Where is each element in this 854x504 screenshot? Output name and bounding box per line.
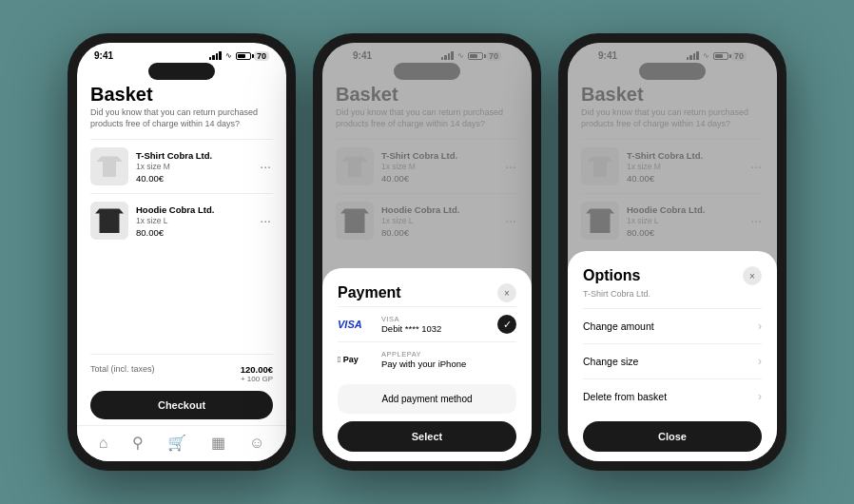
- total-amount-1: 120.00€ + 100 GP: [241, 364, 273, 383]
- page-title-1: Basket: [90, 84, 273, 106]
- total-points-1: + 100 GP: [241, 375, 273, 383]
- option-label-delete: Delete from basket: [583, 391, 667, 402]
- option-change-amount[interactable]: Change amount ›: [583, 308, 762, 343]
- phone-1-inner: 9:41 ∿ 70 Basket: [77, 43, 286, 461]
- applepay-details: ApplePay Pay with your iPhone: [381, 350, 516, 369]
- payment-modal-close[interactable]: ×: [497, 283, 516, 302]
- phone-3-inner: 9:41 ∿ 70: [568, 43, 777, 461]
- product-variant-1: 1x size M: [136, 162, 250, 171]
- battery-icon-1: [236, 52, 251, 60]
- phone-2-inner: 9:41 ∿ 70: [322, 43, 532, 461]
- total-price-1: 120.00€: [241, 364, 273, 375]
- nav-profile-1[interactable]: ☺: [249, 435, 264, 452]
- phone-2: 9:41 ∿ 70: [313, 33, 541, 471]
- product-name-2: Hoodie Cobra Ltd.: [136, 204, 250, 215]
- status-icons-1: ∿ 70: [209, 51, 269, 61]
- checkout-button-1[interactable]: Checkout: [90, 391, 273, 419]
- visa-type: VISA: [381, 315, 488, 323]
- applepay-type: ApplePay: [381, 350, 516, 359]
- total-row-1: Total (incl. taxes) 120.00€ + 100 GP: [90, 364, 273, 383]
- options-modal-header: Options ×: [583, 266, 762, 285]
- options-modal-sheet: Options × T-Shirt Cobra Ltd. Change amou…: [568, 251, 777, 461]
- bottom-nav-1: ⌂ ⚲ 🛒 ▦ ☺: [77, 425, 286, 461]
- product-img-2: [90, 202, 128, 240]
- options-modal-subtitle: T-Shirt Cobra Ltd.: [583, 289, 762, 299]
- signal-bars-1: [209, 52, 222, 60]
- visa-selected-check: ✓: [497, 315, 516, 334]
- tshirt-icon-1: [96, 156, 123, 177]
- option-delete-basket[interactable]: Delete from basket ›: [583, 378, 762, 414]
- phone-1-content: Basket Did you know that you can return …: [77, 84, 286, 425]
- total-label-1: Total (incl. taxes): [90, 364, 155, 374]
- payment-modal-header: Payment ×: [338, 283, 516, 302]
- chevron-icon-amount: ›: [758, 320, 762, 333]
- product-price-2: 80.00€: [136, 227, 250, 238]
- product-name-1: T-Shirt Cobra Ltd.: [136, 150, 250, 161]
- product-menu-1[interactable]: ···: [258, 159, 273, 174]
- payment-modal-title: Payment: [338, 284, 401, 301]
- dynamic-island-1: [148, 63, 215, 80]
- chevron-icon-delete: ›: [758, 390, 762, 403]
- applepay-name: Pay with your iPhone: [381, 359, 516, 369]
- phones-container: 9:41 ∿ 70 Basket: [49, 14, 805, 490]
- battery-fill-1: [238, 54, 245, 58]
- option-label-size: Change size: [583, 356, 638, 367]
- options-close-button[interactable]: Close: [583, 421, 762, 452]
- phone-1: 9:41 ∿ 70 Basket: [68, 33, 296, 471]
- product-img-1: [90, 147, 128, 185]
- add-payment-button[interactable]: Add payment method: [338, 384, 516, 414]
- option-label-amount: Change amount: [583, 320, 654, 332]
- product-item-2: Hoodie Cobra Ltd. 1x size L 80.00€ ···: [90, 193, 273, 247]
- chevron-icon-size: ›: [758, 355, 762, 368]
- battery-pct-1: 70: [254, 51, 269, 61]
- visa-name: Debit **** 1032: [381, 323, 488, 334]
- page-subtitle-1: Did you know that you can return purchas…: [90, 107, 273, 129]
- options-modal-overlay: Options × T-Shirt Cobra Ltd. Change amou…: [568, 43, 777, 461]
- options-modal-close[interactable]: ×: [743, 266, 762, 285]
- status-time-1: 9:41: [94, 50, 113, 61]
- signal-bar-4: [219, 51, 222, 60]
- select-button[interactable]: Select: [338, 421, 516, 452]
- signal-bar-2: [212, 55, 215, 60]
- payment-modal-sheet: Payment × VISA VISA Debit **** 1032 ✓  …: [322, 268, 532, 461]
- product-variant-2: 1x size L: [136, 216, 250, 225]
- spacer-1: [90, 247, 273, 354]
- product-item-1: T-Shirt Cobra Ltd. 1x size M 40.00€ ···: [90, 139, 273, 193]
- options-modal-title: Options: [583, 267, 640, 284]
- payment-modal-overlay: Payment × VISA VISA Debit **** 1032 ✓  …: [322, 43, 532, 461]
- nav-home-1[interactable]: ⌂: [99, 435, 108, 452]
- wifi-icon-1: ∿: [225, 51, 232, 60]
- option-change-size[interactable]: Change size ›: [583, 343, 762, 378]
- product-price-1: 40.00€: [136, 173, 250, 184]
- phone-3: 9:41 ∿ 70: [558, 33, 786, 471]
- signal-bar-3: [216, 53, 219, 60]
- applepay-logo:  Pay: [338, 355, 372, 364]
- payment-method-visa[interactable]: VISA VISA Debit **** 1032 ✓: [338, 306, 516, 341]
- visa-logo: VISA: [338, 319, 372, 330]
- payment-method-applepay[interactable]:  Pay ApplePay Pay with your iPhone: [338, 341, 516, 377]
- product-menu-2[interactable]: ···: [258, 213, 273, 228]
- hoodie-icon-1: [95, 208, 124, 233]
- signal-bar-1: [209, 57, 212, 60]
- product-info-2: Hoodie Cobra Ltd. 1x size L 80.00€: [136, 204, 250, 238]
- status-bar-1: 9:41 ∿ 70: [77, 43, 286, 63]
- nav-search-1[interactable]: ⚲: [132, 434, 144, 452]
- nav-scan-1[interactable]: ▦: [211, 434, 225, 452]
- product-info-1: T-Shirt Cobra Ltd. 1x size M 40.00€: [136, 150, 250, 184]
- basket-footer-1: Total (incl. taxes) 120.00€ + 100 GP Che…: [90, 354, 273, 425]
- nav-basket-1[interactable]: 🛒: [167, 434, 186, 452]
- visa-details: VISA Debit **** 1032: [381, 315, 488, 334]
